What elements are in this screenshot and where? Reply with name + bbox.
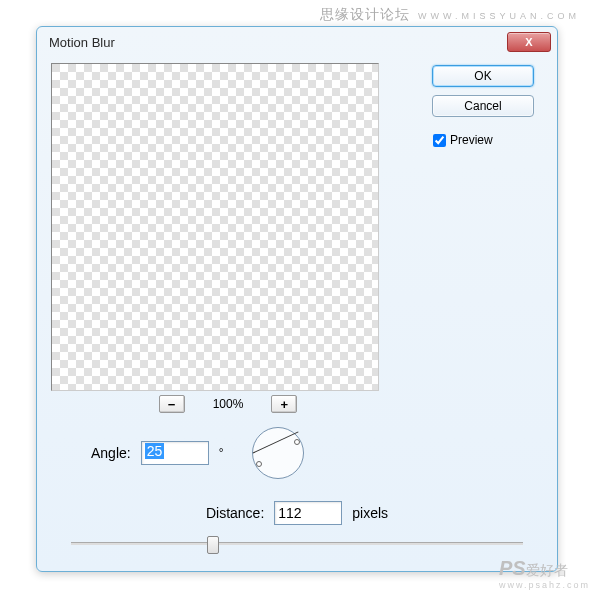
- preview-checkbox[interactable]: [433, 134, 446, 147]
- angle-label: Angle:: [91, 445, 131, 461]
- watermark-top: 思缘设计论坛WWW.MISSYUAN.COM: [320, 6, 580, 24]
- preview-label: Preview: [450, 133, 493, 147]
- distance-label: Distance:: [206, 505, 264, 521]
- distance-unit: pixels: [352, 505, 388, 521]
- zoom-out-button[interactable]: −: [159, 395, 185, 413]
- motion-blur-dialog: Motion Blur X − 100% + OK Cancel: [36, 26, 558, 572]
- minus-icon: −: [168, 397, 176, 412]
- slider-track: [71, 542, 523, 545]
- zoom-in-button[interactable]: +: [271, 395, 297, 413]
- angle-input[interactable]: 25: [141, 441, 209, 465]
- zoom-level: 100%: [213, 397, 244, 411]
- preview-checkbox-row[interactable]: Preview: [433, 133, 493, 147]
- plus-icon: +: [281, 397, 289, 412]
- dial-handle-icon: [256, 461, 262, 467]
- preview-canvas[interactable]: [51, 63, 379, 391]
- cancel-button[interactable]: Cancel: [432, 95, 534, 117]
- dialog-title: Motion Blur: [49, 35, 115, 50]
- slider-thumb[interactable]: [207, 536, 219, 554]
- distance-input[interactable]: [274, 501, 342, 525]
- dial-handle-icon: [294, 439, 300, 445]
- distance-slider[interactable]: [71, 535, 523, 551]
- ok-button[interactable]: OK: [432, 65, 534, 87]
- transparency-checker: [52, 64, 378, 390]
- close-icon: X: [525, 36, 532, 48]
- titlebar[interactable]: Motion Blur X: [37, 27, 557, 57]
- angle-dial[interactable]: [252, 427, 304, 479]
- watermark-bottom: PS爱好者 www.psahz.com: [499, 557, 590, 590]
- close-button[interactable]: X: [507, 32, 551, 52]
- degree-symbol: °: [219, 446, 224, 460]
